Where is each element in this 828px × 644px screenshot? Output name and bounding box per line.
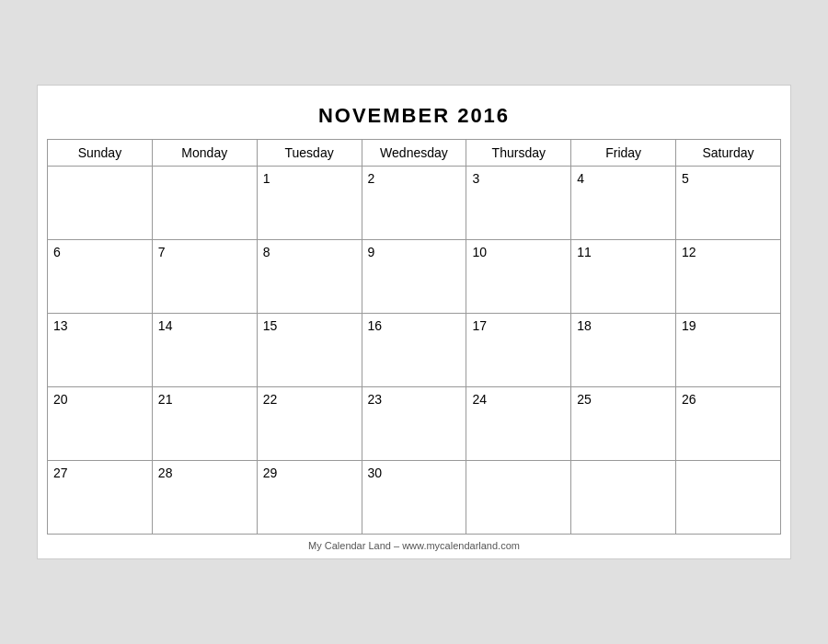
weekday-header-tuesday: Tuesday	[257, 140, 362, 167]
calendar-footer: My Calendar Land – www.mycalendarland.co…	[47, 535, 781, 551]
calendar-day-cell: 11	[571, 240, 676, 314]
day-number: 24	[472, 392, 487, 407]
calendar-title: NOVEMBER 2016	[47, 95, 781, 139]
calendar-day-cell	[466, 461, 571, 535]
weekday-header-friday: Friday	[571, 140, 676, 167]
weekday-header-row: SundayMondayTuesdayWednesdayThursdayFrid…	[48, 140, 781, 167]
weekday-header-thursday: Thursday	[466, 140, 571, 167]
day-number: 3	[472, 171, 479, 186]
calendar-day-cell: 29	[257, 461, 362, 535]
day-number: 13	[53, 318, 68, 333]
day-number: 25	[577, 392, 592, 407]
day-number: 9	[368, 245, 375, 259]
calendar-day-cell	[571, 461, 676, 535]
calendar-day-cell	[676, 461, 781, 535]
weekday-header-monday: Monday	[152, 140, 257, 167]
calendar-day-cell: 21	[152, 387, 257, 461]
calendar-day-cell: 3	[466, 167, 571, 240]
day-number: 16	[368, 318, 383, 333]
calendar-day-cell: 7	[152, 240, 257, 314]
calendar-week-row: 27282930	[48, 461, 781, 535]
calendar-day-cell: 19	[676, 314, 781, 387]
calendar-day-cell: 1	[257, 167, 362, 240]
calendar-day-cell: 23	[362, 387, 466, 461]
calendar-day-cell: 5	[676, 167, 781, 240]
day-number: 17	[472, 318, 487, 333]
day-number: 12	[682, 245, 696, 259]
calendar-day-cell: 4	[571, 167, 676, 240]
day-number: 21	[158, 392, 173, 407]
calendar-day-cell: 8	[257, 240, 362, 314]
day-number: 1	[263, 171, 270, 186]
day-number: 2	[368, 171, 375, 186]
day-number: 10	[472, 245, 487, 259]
calendar-day-cell: 13	[48, 314, 153, 387]
calendar-day-cell: 18	[571, 314, 676, 387]
calendar-week-row: 6789101112	[48, 240, 781, 314]
day-number: 19	[682, 318, 696, 333]
day-number: 18	[577, 318, 592, 333]
day-number: 14	[158, 318, 173, 333]
day-number: 15	[263, 318, 278, 333]
day-number: 11	[577, 245, 592, 259]
calendar-day-cell	[152, 167, 257, 240]
calendar-container: NOVEMBER 2016 SundayMondayTuesdayWednesd…	[37, 85, 791, 559]
calendar-day-cell	[48, 167, 153, 240]
calendar-day-cell: 2	[362, 167, 466, 240]
day-number: 30	[368, 466, 383, 480]
weekday-header-saturday: Saturday	[676, 140, 781, 167]
calendar-day-cell: 27	[48, 461, 153, 535]
day-number: 22	[263, 392, 278, 407]
calendar-day-cell: 20	[48, 387, 153, 461]
calendar-day-cell: 9	[362, 240, 466, 314]
calendar-table: SundayMondayTuesdayWednesdayThursdayFrid…	[47, 139, 781, 535]
calendar-day-cell: 24	[466, 387, 571, 461]
calendar-day-cell: 10	[466, 240, 571, 314]
day-number: 28	[158, 466, 173, 480]
calendar-day-cell: 12	[676, 240, 781, 314]
calendar-day-cell: 28	[152, 461, 257, 535]
calendar-day-cell: 17	[466, 314, 571, 387]
calendar-week-row: 12345	[48, 167, 781, 240]
day-number: 29	[263, 466, 278, 480]
day-number: 27	[53, 466, 68, 480]
calendar-week-row: 13141516171819	[48, 314, 781, 387]
calendar-day-cell: 22	[257, 387, 362, 461]
day-number: 4	[577, 171, 584, 186]
day-number: 23	[368, 392, 383, 407]
day-number: 6	[53, 245, 61, 259]
calendar-day-cell: 14	[152, 314, 257, 387]
weekday-header-wednesday: Wednesday	[362, 140, 466, 167]
calendar-day-cell: 16	[362, 314, 466, 387]
day-number: 5	[682, 171, 689, 186]
calendar-day-cell: 6	[48, 240, 153, 314]
calendar-day-cell: 15	[257, 314, 362, 387]
weekday-header-sunday: Sunday	[48, 140, 153, 167]
day-number: 20	[53, 392, 68, 407]
calendar-day-cell: 26	[676, 387, 781, 461]
day-number: 7	[158, 245, 166, 259]
day-number: 8	[263, 245, 270, 259]
day-number: 26	[682, 392, 696, 407]
calendar-week-row: 20212223242526	[48, 387, 781, 461]
calendar-day-cell: 25	[571, 387, 676, 461]
calendar-day-cell: 30	[362, 461, 466, 535]
